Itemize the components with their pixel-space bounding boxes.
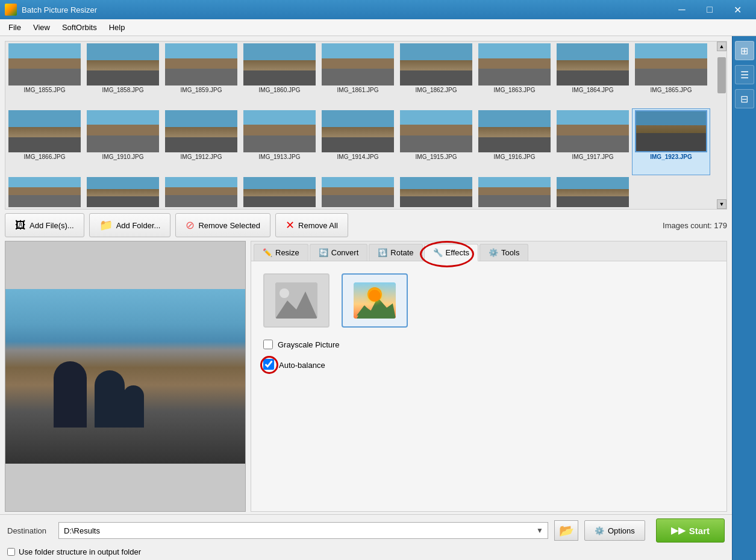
grayscale-checkbox[interactable] [263, 340, 273, 349]
titlebar: Batch Picture Resizer ─ □ ✕ [0, 0, 756, 19]
thumb-img-1862 [400, 43, 472, 86]
grayscale-option-row: Grayscale Picture [263, 340, 714, 349]
thumb-1864[interactable]: IMG_1864.JPG [554, 42, 632, 108]
tab-effects[interactable]: 🔧 Effects [424, 244, 479, 261]
close-button[interactable]: ✕ [723, 0, 751, 19]
folder-structure-checkbox[interactable] [7, 548, 15, 556]
start-arrow-icon: ▶▶ [671, 525, 686, 536]
bottom-bar: Destination D:\Results ▼ 📂 ⚙️ Options [0, 514, 732, 560]
thumb-1923[interactable]: IMG_1923.JPG [632, 108, 710, 175]
thumb-1915[interactable]: IMG_1915.JPG [397, 108, 475, 175]
menu-help[interactable]: Help [103, 20, 131, 34]
thumb-img-1855 [8, 43, 81, 86]
tab-rotate[interactable]: 🔃 Rotate [369, 244, 422, 261]
list-view-button[interactable]: ☰ [735, 65, 754, 84]
thumb-label-1913: IMG_1913.JPG [259, 154, 301, 160]
scroll-up-button[interactable]: ▲ [717, 42, 726, 51]
add-files-button[interactable]: 🖼 Add File(s)... [5, 213, 84, 237]
thumb-1860[interactable]: IMG_1860.JPG [240, 42, 319, 108]
person-silhouette-3 [123, 385, 144, 428]
scroll-thumb[interactable] [717, 57, 726, 93]
grayscale-effect-tile[interactable] [263, 273, 330, 328]
thumb-1855[interactable]: IMG_1855.JPG [5, 42, 84, 108]
grid-view-button[interactable]: ⊟ [735, 89, 754, 108]
thumb-row3-4[interactable] [240, 175, 319, 209]
browse-button[interactable]: 📂 [554, 520, 578, 541]
thumbnail-scrollbar[interactable]: ▲ ▼ [717, 42, 726, 209]
thumb-1914[interactable]: IMG_1914.JPG [319, 108, 397, 175]
thumb-row3-8[interactable] [554, 175, 632, 209]
remove-all-button[interactable]: ✕ Remove All [275, 213, 348, 237]
thumb-1910[interactable]: IMG_1910.JPG [84, 108, 162, 175]
thumb-label-1912: IMG_1912.JPG [181, 154, 222, 160]
tab-resize[interactable]: ✏️ Resize [254, 244, 308, 261]
convert-tab-label: Convert [331, 248, 359, 257]
thumb-img-1915 [400, 110, 472, 152]
autobalance-effect-tile[interactable] [342, 273, 408, 328]
start-label: Start [689, 526, 710, 536]
thumb-img-row3-4 [243, 177, 316, 207]
thumb-1858[interactable]: IMG_1858.JPG [84, 42, 162, 108]
scroll-track[interactable] [717, 51, 726, 199]
thumb-img-1866 [8, 110, 81, 152]
thumb-img-row3-3 [165, 177, 237, 207]
thumbnail-row-3 [5, 175, 726, 209]
app-title: Batch Picture Resizer [22, 5, 97, 14]
thumb-1866[interactable]: IMG_1866.JPG [5, 108, 84, 175]
menu-view[interactable]: View [27, 20, 56, 34]
tab-convert[interactable]: 🔄 Convert [310, 244, 368, 261]
options-button[interactable]: ⚙️ Options [584, 520, 645, 541]
person-silhouette-1 [54, 361, 87, 428]
thumb-row3-7[interactable] [475, 175, 554, 209]
thumb-row3-5[interactable] [319, 175, 397, 209]
thumb-row3-1[interactable] [5, 175, 84, 209]
thumb-label-1864: IMG_1864.JPG [572, 87, 614, 93]
scroll-down-button[interactable]: ▼ [717, 199, 726, 209]
remove-selected-button[interactable]: ⊘ Remove Selected [175, 213, 270, 237]
thumb-img-row3-2 [87, 177, 159, 207]
app-icon [5, 4, 17, 16]
thumb-label-1917: IMG_1917.JPG [572, 154, 614, 160]
add-folder-button[interactable]: 📁 Add Folder... [89, 213, 171, 237]
destination-select-wrapper: D:\Results ▼ [58, 522, 548, 539]
convert-tab-icon: 🔄 [319, 248, 328, 257]
resize-tab-label: Resize [275, 248, 299, 257]
thumb-label-1914: IMG_1914.JPG [337, 154, 379, 160]
autobalance-option-row: Auto-balance [263, 359, 714, 372]
autobalance-checkbox[interactable] [263, 359, 274, 370]
thumb-label-1910: IMG_1910.JPG [102, 154, 144, 160]
thumb-1863[interactable]: IMG_1863.JPG [475, 42, 554, 108]
thumb-row3-3[interactable] [162, 175, 240, 209]
menu-softorbits[interactable]: SoftOrbits [56, 20, 103, 34]
thumb-1862[interactable]: IMG_1862.JPG [397, 42, 475, 108]
add-files-icon: 🖼 [15, 219, 26, 232]
thumb-1861[interactable]: IMG_1861.JPG [319, 42, 397, 108]
thumb-1912[interactable]: IMG_1912.JPG [162, 108, 240, 175]
maximize-button[interactable]: □ [696, 0, 723, 19]
resize-tab-icon: ✏️ [263, 248, 272, 257]
thumb-1913[interactable]: IMG_1913.JPG [240, 108, 319, 175]
thumb-row3-6[interactable] [397, 175, 475, 209]
thumb-1865[interactable]: IMG_1865.JPG [632, 42, 710, 108]
tab-tools[interactable]: ⚙️ Tools [480, 244, 528, 261]
thumbnail-row-1: IMG_1855.JPG IMG_1858.JPG IMG_1859.JPG [5, 42, 726, 108]
remove-all-icon: ✕ [286, 219, 295, 232]
thumb-row3-2[interactable] [84, 175, 162, 209]
effect-options: Grayscale Picture Auto-balance [263, 340, 714, 372]
thumb-1917[interactable]: IMG_1917.JPG [554, 108, 632, 175]
menu-file[interactable]: File [2, 20, 27, 34]
thumb-img-1865 [635, 43, 707, 86]
svg-point-4 [367, 287, 382, 302]
remove-selected-label: Remove Selected [198, 221, 260, 230]
thumb-1916[interactable]: IMG_1916.JPG [475, 108, 554, 175]
thumb-img-1923 [635, 110, 707, 152]
start-button[interactable]: ▶▶ Start [656, 518, 725, 543]
toolbar: 🖼 Add File(s)... 📁 Add Folder... ⊘ Remov… [0, 210, 732, 241]
grayscale-label: Grayscale Picture [278, 340, 340, 349]
minimize-button[interactable]: ─ [668, 0, 696, 19]
destination-select[interactable]: D:\Results [58, 522, 548, 539]
right-panel: ✏️ Resize 🔄 Convert 🔃 Rotate [251, 241, 727, 512]
thumb-1859[interactable]: IMG_1859.JPG [162, 42, 240, 108]
thumbnail-view-button[interactable]: ⊞ [735, 41, 754, 60]
grayscale-svg [275, 282, 317, 319]
